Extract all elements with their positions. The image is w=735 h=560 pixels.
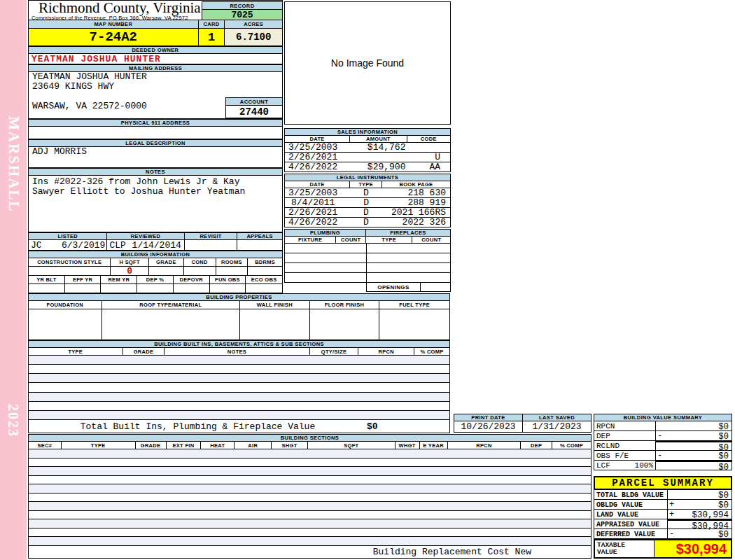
foundation-value: [29, 309, 102, 340]
year-watermark: 2023: [5, 404, 21, 438]
instrument-row: 2/26/2021 D 2021 166RS: [284, 208, 451, 218]
account-label: ACCOUNT: [225, 97, 283, 106]
openings-row: OPENINGS: [366, 283, 451, 292]
revisit-label: REVISIT: [185, 233, 238, 239]
map-number-value: 7-24A2: [29, 29, 199, 46]
inst-type-label: TYPE: [350, 181, 382, 188]
ps-label: OBLDG VALUE: [594, 500, 668, 509]
building-value-summary: BUILDING VALUE SUMMARY RPCN $0 DEP - $0 …: [594, 414, 732, 470]
inst-type: D: [350, 208, 382, 217]
appeals-value: [237, 240, 282, 250]
bvs-label: RPCN: [596, 422, 615, 430]
empty-row: [29, 411, 449, 419]
ps-value: $0: [678, 529, 732, 538]
bvs-sign: [656, 461, 666, 470]
bi-grade-label: GRADE: [123, 348, 165, 355]
grade-value: [149, 267, 184, 275]
deeded-owner-value: YEATMAN JOSHUA HUNTER: [28, 54, 283, 64]
mailing-line: YEATMAN JOSHUA HUNTER: [29, 72, 282, 82]
yrblt-value: [29, 284, 65, 293]
building-value-summary-label: BUILDING VALUE SUMMARY: [594, 414, 732, 421]
sales-info-label: SALES INFORMATION: [284, 128, 451, 136]
print-date-label: PRINT DATE: [454, 414, 523, 421]
roof-value: [102, 309, 240, 340]
roof-label: ROOF TYPE/MATERIAL: [102, 301, 240, 309]
building-replacement-row: Building Replacement Cost New: [28, 546, 592, 559]
built-ins-empty-rows: [28, 356, 450, 420]
bs-grade-label: GRADE: [136, 442, 167, 449]
rooms-value: [216, 267, 248, 275]
sales-row: 4/26/2022 $29,900 AA: [284, 162, 451, 172]
bs-shgt-label: SHGT: [272, 442, 308, 449]
built-ins-total-label: Total Built Ins, Plumbing & Fireplace Va…: [29, 420, 367, 433]
empty-row: [284, 273, 451, 283]
cond-value: [184, 267, 216, 275]
empty-row: [29, 402, 449, 411]
bvs-sign: -: [656, 431, 666, 440]
fireplace-count-label: COUNT: [412, 237, 450, 243]
ps-value: $30,994: [678, 510, 732, 519]
ps-sign: [668, 519, 678, 528]
sales-code-label: CODE: [407, 136, 450, 142]
physical-address-label: PHYSICAL 911 ADDRESS: [28, 119, 283, 127]
empty-row: [29, 356, 449, 365]
rooms-label: ROOMS: [216, 258, 248, 266]
building-sections-label: BUILDING SECTIONS: [28, 434, 592, 442]
built-ins-header: TYPE GRADE NOTES QTY/SIZE RPCN % COMP: [28, 348, 450, 356]
inst-type: D: [350, 188, 382, 197]
bi-rpcn-label: RPCN: [358, 348, 414, 355]
bi-comp-label: % COMP: [414, 348, 449, 355]
ps-row-deferred: DEFERRED VALUE - $0: [594, 529, 732, 539]
listed-by: JC: [31, 240, 42, 251]
bvs-label: RCLND: [596, 442, 620, 450]
bs-sqft-label: SQFT: [308, 442, 396, 449]
inst-type: D: [350, 218, 382, 227]
acres-value: 6.7100: [225, 29, 282, 46]
print-info-block: PRINT DATE LAST SAVED 10/26/2023 1/31/20…: [454, 414, 592, 433]
no-image-text: No Image Found: [331, 57, 404, 69]
bdrms-value: [248, 267, 282, 275]
record-box: RECORD 7025: [202, 1, 283, 20]
plumbing-label: PLUMBING: [284, 229, 366, 237]
listed-date: 6/3/2019: [62, 240, 105, 251]
hsqft-label: H SQFT: [111, 258, 149, 266]
sale-amount: [350, 153, 407, 162]
ps-sign: [668, 490, 678, 499]
inst-date: 3/25/2003: [285, 188, 350, 197]
ps-row-land: LAND VALUE + $30,994: [594, 510, 732, 519]
legal-instruments-label: LEGAL INSTRUMENTS: [284, 174, 451, 181]
building-properties-values: [28, 309, 450, 340]
notes-line: Sawyer Elliott to Joshua Hunter Yeatman: [29, 187, 282, 199]
instrument-row: 3/25/2003 D 218 630: [284, 188, 451, 198]
reviewed-label: REVIEWED: [107, 233, 184, 239]
bvs-label: OBS F/E: [596, 451, 629, 460]
effyr-value: [65, 284, 102, 293]
remyr-label: REM YR: [101, 276, 137, 284]
building-properties-header: FOUNDATION ROOF TYPE/MATERIAL WALL FINIS…: [28, 301, 450, 309]
sales-date-label: DATE: [285, 136, 350, 142]
building-properties-label: BUILDING PROPERTIES: [28, 293, 450, 301]
bvs-value: $0: [666, 421, 732, 430]
ps-row-appraised: APPRAISED VALUE $30,994: [594, 519, 732, 529]
mailing-address-block: YEATMAN JOSHUA HUNTER 23649 KINGS HWY WA…: [28, 72, 283, 119]
map-header-row: MAP NUMBER CARD ACRES: [28, 20, 283, 29]
ecoobs-value: [246, 284, 282, 293]
bvs-sign: -: [656, 451, 666, 460]
inst-date: 2/26/2021: [285, 208, 350, 217]
account-value: 27440: [225, 106, 283, 118]
empty-row: [284, 263, 451, 273]
openings-label: OPENINGS: [367, 283, 421, 291]
parcel-summary-title: PARCEL SUMMARY: [594, 476, 732, 490]
empty-row: [29, 519, 591, 528]
foundation-label: FOUNDATION: [29, 301, 102, 309]
hsqft-value: 0: [111, 267, 149, 275]
empty-row: [29, 383, 449, 392]
inst-bookpage: 288 919: [382, 198, 450, 207]
bvs-pct: 100%: [635, 461, 653, 470]
building-sections-empty-rows: [28, 449, 592, 546]
sale-amount: $14,762: [350, 143, 407, 152]
notes-line: Ins #2022-326 from John Lewis Jr & Kay: [29, 177, 282, 187]
reviewed-by: CLP: [109, 240, 125, 251]
empty-row: [29, 484, 591, 493]
floor-finish-label: FLOOR FINISH: [310, 301, 380, 309]
